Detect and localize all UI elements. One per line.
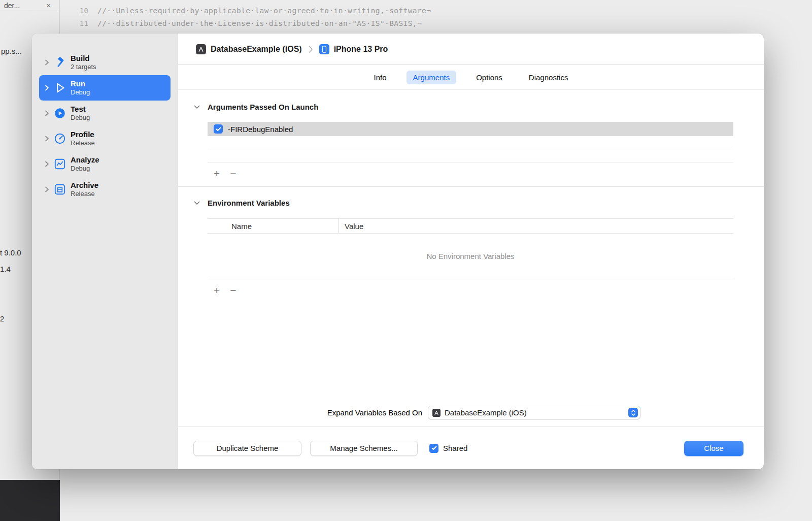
argument-checkbox-checked[interactable] [214,124,223,134]
expand-variables-popup[interactable]: DatabaseExample (iOS) [428,406,640,419]
scheme-phases-sidebar: Build 2 targets Run Debug [32,34,178,469]
chevron-down-icon[interactable] [194,105,200,109]
background-tab: der... × [0,0,60,11]
sidebar-item-subtitle: Debug [71,88,90,96]
play-icon [53,81,66,94]
chevron-right-icon[interactable] [45,59,49,66]
sidebar-item-text: Archive Release [71,181,98,198]
environment-section-header: Environment Variables [194,199,764,207]
add-variable-button[interactable]: + [214,285,220,296]
shared-checkbox-checked[interactable] [429,444,438,453]
background-tab-title: der... [4,2,20,10]
empty-table-row [208,149,733,162]
breadcrumb: DatabaseExample (iOS) iPhone 13 Pro [178,34,764,65]
sidebar-item-title: Build [71,54,96,63]
popup-selected-value: DatabaseExample (iOS) [445,408,527,417]
manage-schemes-button[interactable]: Manage Schemes... [310,441,418,456]
argument-value: -FIRDebugEnabled [228,125,293,134]
sidebar-item-title: Test [71,105,90,114]
sidebar-item-subtitle: 2 targets [71,63,96,71]
tab-diagnostics[interactable]: Diagnostics [522,71,575,84]
section-divider [178,186,764,187]
column-header-value: Value [339,222,363,231]
background-file-label: pp.s... [1,47,22,55]
empty-table-row [208,136,733,149]
sidebar-item-title: Analyze [71,155,99,165]
chevron-right-icon[interactable] [45,161,49,167]
popup-stepper-icon[interactable] [628,408,638,417]
chevron-right-icon[interactable] [45,110,49,116]
scheme-app-icon [196,44,206,54]
sidebar-item-archive[interactable]: Archive Release [39,177,171,202]
background-number-text: 2 [0,314,4,323]
sidebar-item-subtitle: Debug [71,165,99,172]
sidebar-item-text: Build 2 targets [71,54,96,71]
profile-icon [53,132,66,145]
sidebar-item-run[interactable]: Run Debug [39,75,171,101]
remove-argument-button[interactable]: − [230,168,236,179]
hammer-icon [53,56,66,69]
destination-name[interactable]: iPhone 13 Pro [334,45,388,54]
arguments-section-title: Arguments Passed On Launch [208,103,318,111]
background-code-editor: 10 //··Unless·required·by·applicable·law… [60,4,812,29]
code-text: //··distributed·under·the·License·is·dis… [97,19,422,27]
tab-options[interactable]: Options [469,71,509,84]
sidebar-item-title: Archive [71,181,98,190]
dialog-footer: Duplicate Scheme Manage Schemes... Share… [178,427,764,469]
sidebar-item-text: Run Debug [71,79,90,96]
code-text: //··Unless·required·by·applicable·law·or… [97,7,431,15]
sidebar-item-text: Profile Release [71,130,95,147]
expand-variables-label: Expand Variables Based On [327,408,422,417]
chevron-right-icon[interactable] [45,186,49,192]
sidebar-item-subtitle: Release [71,190,98,198]
chevron-right-icon[interactable] [45,85,49,91]
chevron-down-icon[interactable] [194,201,200,205]
tab-arguments[interactable]: Arguments [407,71,457,84]
test-icon [53,107,66,120]
background-version-text: t 9.0.0 [0,248,21,257]
environment-add-remove: + − [214,284,764,296]
chevron-right-icon[interactable] [45,136,49,142]
code-line: 11 //··distributed·under·the·License·is·… [60,17,812,29]
sidebar-item-text: Analyze Debug [71,155,99,172]
archive-icon [53,183,66,196]
tab-info[interactable]: Info [367,71,393,84]
code-line: 10 //··Unless·required·by·applicable·law… [60,4,812,17]
sidebar-item-test[interactable]: Test Debug [39,101,171,126]
analyze-icon [53,157,66,171]
sidebar-item-analyze[interactable]: Analyze Debug [39,151,171,177]
iphone-device-icon [319,44,329,54]
argument-row[interactable]: -FIRDebugEnabled [208,122,733,136]
scheme-editor-main: DatabaseExample (iOS) iPhone 13 Pro Info… [178,34,764,469]
background-dark-panel [0,480,60,521]
launch-arguments-table: -FIRDebugEnabled [208,122,733,162]
sidebar-item-profile[interactable]: Profile Release [39,126,171,151]
background-version-text: 1.4 [0,265,11,273]
line-number: 10 [60,7,88,15]
environment-section-title: Environment Variables [208,199,290,207]
table-header-row: Name Value [208,218,733,234]
add-argument-button[interactable]: + [214,168,220,179]
sidebar-item-text: Test Debug [71,105,90,121]
scheme-name[interactable]: DatabaseExample (iOS) [211,45,302,54]
sidebar-item-title: Run [71,79,90,88]
scheme-app-icon [432,409,441,417]
sidebar-item-title: Profile [71,130,95,139]
sidebar-item-build[interactable]: Build 2 targets [39,50,171,75]
arguments-section-header: Arguments Passed On Launch [194,90,764,111]
arguments-pane: Arguments Passed On Launch -FIRDebugEnab… [178,90,764,427]
tab-bar: Info Arguments Options Diagnostics [178,65,764,90]
arguments-add-remove: + − [214,167,764,179]
sidebar-item-subtitle: Release [71,139,95,147]
remove-variable-button[interactable]: − [230,285,236,296]
tab-close-icon[interactable]: × [46,1,51,10]
shared-checkbox-label[interactable]: Shared [443,444,467,452]
expand-variables-row: Expand Variables Based On DatabaseExampl… [178,406,764,420]
chevron-right-icon [308,45,313,54]
environment-variables-table: Name Value No Environment Variables [208,218,733,279]
shared-checkbox-group: Shared [429,444,467,453]
empty-state-text: No Environment Variables [208,234,733,279]
duplicate-scheme-button[interactable]: Duplicate Scheme [193,441,301,456]
scheme-editor-dialog: Build 2 targets Run Debug [32,34,764,469]
close-button[interactable]: Close [684,441,743,456]
